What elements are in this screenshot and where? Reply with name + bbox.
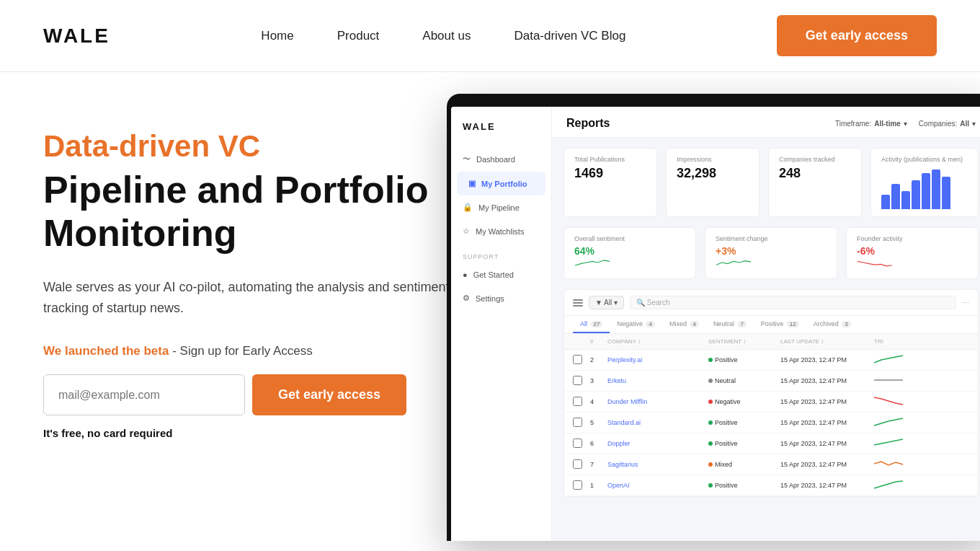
change-sparkline xyxy=(716,257,752,268)
bar-6 xyxy=(932,169,940,209)
stat-card-tracked: Companies tracked 248 xyxy=(768,148,862,217)
table-row[interactable]: 1 OpenAI Positive 15 Apr 2023, 12:47 PM xyxy=(564,475,978,496)
dashboard-main: Reports Timeframe: All-time ▾ Companies:… xyxy=(552,107,980,541)
dashboard-body: Total Publications 1469 Impressions 32,2… xyxy=(552,138,980,541)
nav-cta-button[interactable]: Get early access xyxy=(777,15,937,56)
settings-icon: ⚙ xyxy=(463,294,470,303)
table-tabs: All 27 Negative 4 Mixed 4 Neutral 7 Posi… xyxy=(564,316,978,334)
sidebar-item-pipeline[interactable]: 🔒 My Pipeline xyxy=(451,195,551,219)
hero-section: Data-driven VC Pipeline and Portfolio Mo… xyxy=(0,72,980,551)
sidebar-item-watchlists[interactable]: ☆ My Watchlists xyxy=(451,219,551,243)
nav-item-about[interactable]: About us xyxy=(422,29,471,43)
dashboard-header: Reports Timeframe: All-time ▾ Companies:… xyxy=(552,107,980,138)
pipeline-icon: 🔒 xyxy=(463,203,473,212)
founder-sparkline xyxy=(857,257,893,268)
navbar: WALE Home Product About us Data-driven V… xyxy=(0,0,980,72)
dashboard-filters: Timeframe: All-time ▾ Companies: All ▾ xyxy=(835,120,976,128)
bar-1 xyxy=(881,195,890,209)
dashboard-title: Reports xyxy=(566,117,610,130)
hero-launch-rest: - Sign up for Early Access xyxy=(169,344,312,358)
stat-card-publications: Total Publications 1469 xyxy=(564,148,657,217)
stat-card-impressions: Impressions 32,298 xyxy=(666,148,760,217)
device-frame: WALE 〜 Dashboard ▣ My Portfolio 🔒 My Pip… xyxy=(447,94,980,541)
dashboard-icon: 〜 xyxy=(463,154,471,164)
email-input[interactable] xyxy=(43,374,245,415)
table-toolbar: ▼ All ▾ 🔍 Search ⋯ xyxy=(564,290,978,316)
chevron-down-icon: ▾ xyxy=(972,120,976,128)
sidebar-item-settings[interactable]: ⚙ Settings xyxy=(451,286,551,310)
filter-button[interactable]: ▼ All ▾ xyxy=(589,296,624,309)
row-checkbox[interactable] xyxy=(573,355,582,364)
watchlist-icon: ☆ xyxy=(463,226,470,236)
stats-row: Total Publications 1469 Impressions 32,2… xyxy=(564,148,979,217)
device-screen: WALE 〜 Dashboard ▣ My Portfolio 🔒 My Pip… xyxy=(451,107,980,541)
row-checkbox[interactable] xyxy=(573,397,582,406)
table-row[interactable]: 3 Erketu Neutral 15 Apr 2023, 12:47 PM xyxy=(564,371,978,392)
sidebar-item-getstarted[interactable]: ● Get Started xyxy=(451,263,551,286)
support-section-label: Support xyxy=(451,243,551,263)
row-checkbox[interactable] xyxy=(573,376,582,385)
nav-logo: WALE xyxy=(43,25,110,48)
bar-4 xyxy=(912,180,920,209)
company-table: ▼ All ▾ 🔍 Search ⋯ All 27 Negative 4 xyxy=(564,289,979,497)
search-box[interactable]: 🔍 Search xyxy=(630,296,956,309)
nav-item-home[interactable]: Home xyxy=(261,29,293,43)
table-row[interactable]: 7 Sagittarius Mixed 15 Apr 2023, 12:47 P… xyxy=(564,454,978,475)
dashboard-logo: WALE xyxy=(451,121,551,146)
table-row[interactable]: 5 Standard.ai Positive 15 Apr 2023, 12:4… xyxy=(564,413,978,433)
activity-chart xyxy=(881,166,968,209)
getstarted-icon: ● xyxy=(463,270,468,279)
table-header: # COMPANY ↕ SENTIMENT ↕ LAST UPDATE ↕ TR… xyxy=(564,334,978,350)
sentiment-overall: Overall sentiment 64% xyxy=(564,227,696,279)
stat-card-activity: Activity (publications & men) xyxy=(870,148,979,217)
table-view-icon[interactable] xyxy=(573,299,583,307)
row-checkbox[interactable] xyxy=(573,438,582,448)
timeframe-filter[interactable]: Timeframe: All-time ▾ xyxy=(835,120,907,128)
chevron-down-icon: ▾ xyxy=(904,120,907,128)
table-row[interactable]: 6 Doppler Positive 15 Apr 2023, 12:47 PM xyxy=(564,433,978,454)
hero-cta-button[interactable]: Get early access xyxy=(252,374,406,415)
sentiment-founder: Founder activity -6% xyxy=(846,227,979,279)
nav-links: Home Product About us Data-driven VC Blo… xyxy=(261,29,625,43)
tab-all[interactable]: All 27 xyxy=(573,316,610,333)
dashboard-preview: WALE 〜 Dashboard ▣ My Portfolio 🔒 My Pip… xyxy=(447,94,980,541)
companies-filter[interactable]: Companies: All ▾ xyxy=(919,120,976,128)
tab-mixed[interactable]: Mixed 4 xyxy=(662,316,706,333)
row-checkbox[interactable] xyxy=(573,418,582,427)
sentiment-row: Overall sentiment 64% Sentiment change +… xyxy=(564,227,979,279)
tab-archived[interactable]: Archived 3 xyxy=(806,316,858,333)
tab-negative[interactable]: Negative 4 xyxy=(610,316,662,333)
sidebar-item-portfolio[interactable]: ▣ My Portfolio xyxy=(457,172,545,195)
nav-item-product[interactable]: Product xyxy=(337,29,380,43)
tab-positive[interactable]: Positive 12 xyxy=(754,316,806,333)
device-notch xyxy=(677,94,764,107)
nav-item-blog[interactable]: Data-driven VC Blog xyxy=(514,29,625,43)
bar-2 xyxy=(891,184,900,209)
sidebar-item-dashboard[interactable]: 〜 Dashboard xyxy=(451,146,551,172)
table-row[interactable]: 4 Dunder Mifflin Negative 15 Apr 2023, 1… xyxy=(564,392,978,413)
hero-description: Wale serves as your AI co-pilot, automat… xyxy=(43,277,461,319)
bar-7 xyxy=(942,177,950,209)
overall-sparkline xyxy=(574,257,610,268)
dashboard-sidebar: WALE 〜 Dashboard ▣ My Portfolio 🔒 My Pip… xyxy=(451,107,552,541)
table-row[interactable]: 2 Perplexity.ai Positive 15 Apr 2023, 12… xyxy=(564,350,978,371)
portfolio-icon: ▣ xyxy=(468,179,476,188)
bar-3 xyxy=(901,191,910,209)
hero-launch-highlight: We launched the beta xyxy=(43,344,169,358)
row-checkbox[interactable] xyxy=(573,459,582,469)
row-checkbox[interactable] xyxy=(573,480,582,490)
sentiment-change: Sentiment change +3% xyxy=(705,227,837,279)
bar-5 xyxy=(922,173,930,209)
tab-neutral[interactable]: Neutral 7 xyxy=(706,316,754,333)
table-options-icon[interactable]: ⋯ xyxy=(962,299,969,307)
